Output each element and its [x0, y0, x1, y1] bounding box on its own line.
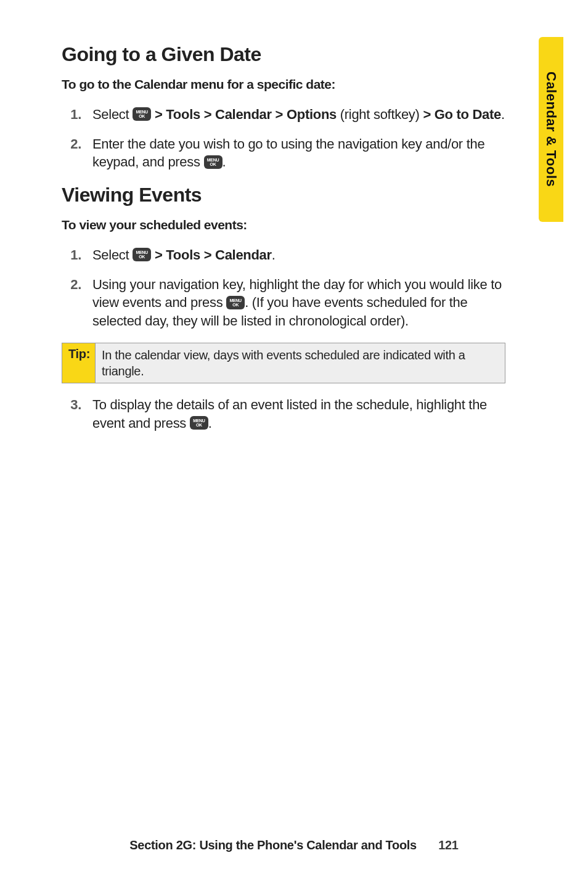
step-number: 3. — [62, 396, 92, 432]
icon-line1: MENU — [193, 419, 205, 423]
step-1: 1. Select MENUOK > Tools > Calendar. — [62, 246, 505, 264]
side-tab: Calendar & Tools — [539, 37, 563, 222]
bold-text: Tools > Calendar > Options — [166, 107, 337, 122]
text: . — [501, 107, 505, 122]
text: . — [272, 247, 276, 263]
text: > — [423, 107, 434, 122]
menu-ok-icon: MENUOK — [133, 248, 151, 261]
menu-ok-icon: MENUOK — [190, 416, 208, 430]
page-footer: Section 2G: Using the Phone's Calendar a… — [0, 838, 588, 852]
step-number: 1. — [62, 105, 92, 124]
page-number: 121 — [438, 838, 458, 852]
step-2: 2. Enter the date you wish to go to usin… — [62, 135, 505, 171]
step-number: 1. — [62, 246, 92, 264]
icon-line1: MENU — [207, 158, 219, 162]
step-body: Using your navigation key, highlight the… — [92, 276, 505, 330]
text: Select — [92, 247, 133, 263]
step-body: Select MENUOK > Tools > Calendar. — [92, 246, 505, 264]
text: > — [155, 247, 166, 263]
icon-line2: OK — [232, 303, 239, 307]
step-2: 2. Using your navigation key, highlight … — [62, 276, 505, 330]
tip-label: Tip: — [62, 343, 96, 383]
step-3: 3. To display the details of an event li… — [62, 396, 505, 432]
subheading-specific-date: To go to the Calendar menu for a specifi… — [62, 77, 505, 92]
heading-viewing-events: Viewing Events — [62, 184, 505, 206]
steps-going-to-date: 1. Select MENUOK > Tools > Calendar > Op… — [62, 105, 505, 171]
tip-box: Tip: In the calendar view, days with eve… — [62, 343, 505, 383]
footer-text: Section 2G: Using the Phone's Calendar a… — [129, 838, 417, 852]
text: . — [208, 415, 212, 431]
step-body: Enter the date you wish to go to using t… — [92, 135, 505, 171]
steps-viewing-events-continued: 3. To display the details of an event li… — [62, 396, 505, 432]
subheading-view-events: To view your scheduled events: — [62, 218, 505, 232]
step-number: 2. — [62, 135, 92, 171]
icon-line1: MENU — [136, 110, 147, 114]
step-body: Select MENUOK > Tools > Calendar > Optio… — [92, 105, 505, 124]
icon-line2: OK — [139, 114, 145, 118]
side-tab-label: Calendar & Tools — [543, 71, 559, 187]
step-1: 1. Select MENUOK > Tools > Calendar > Op… — [62, 105, 505, 124]
tip-body: In the calendar view, days with events s… — [96, 343, 505, 383]
menu-ok-icon: MENUOK — [226, 296, 245, 309]
heading-going-to-date: Going to a Given Date — [62, 43, 505, 66]
text: > — [155, 107, 166, 122]
step-number: 2. — [62, 276, 92, 330]
icon-line1: MENU — [136, 250, 147, 255]
icon-line2: OK — [196, 423, 202, 427]
icon-line2: OK — [139, 255, 145, 259]
menu-ok-icon: MENUOK — [133, 107, 151, 121]
icon-line2: OK — [210, 162, 216, 166]
step-body: To display the details of an event liste… — [92, 396, 505, 432]
text: (right softkey) — [337, 107, 423, 122]
text: . — [223, 154, 226, 169]
icon-line1: MENU — [229, 298, 241, 303]
page: Calendar & Tools Going to a Given Date T… — [0, 0, 588, 882]
content-column: Going to a Given Date To go to the Calen… — [62, 43, 505, 432]
bold-text: Go to Date — [435, 107, 501, 122]
text: Select — [92, 107, 133, 122]
bold-text: Tools > Calendar — [166, 247, 271, 263]
steps-viewing-events: 1. Select MENUOK > Tools > Calendar. 2. … — [62, 246, 505, 330]
text: Enter the date you wish to go to using t… — [92, 136, 484, 170]
text: To display the details of an event liste… — [92, 397, 487, 431]
menu-ok-icon: MENUOK — [204, 155, 223, 169]
